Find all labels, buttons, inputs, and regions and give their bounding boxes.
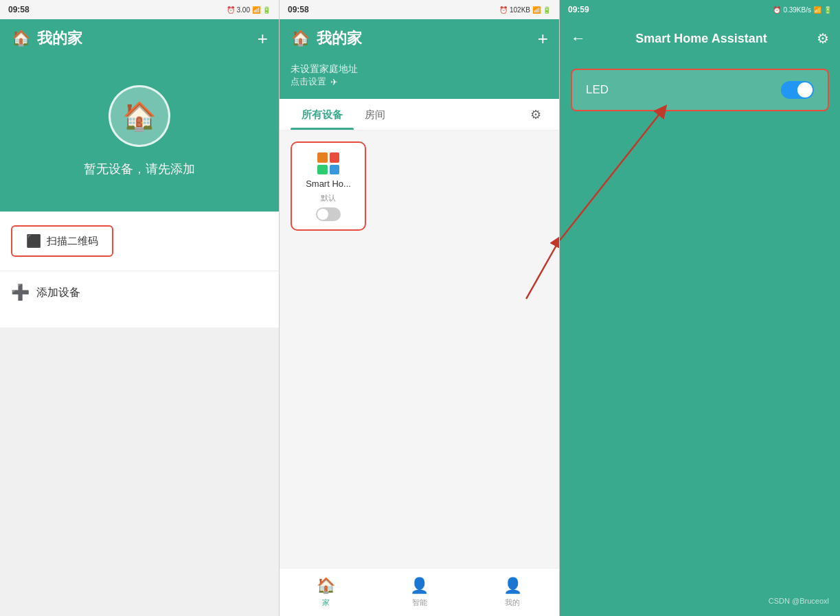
nav-home-icon: 🏠 — [317, 577, 335, 595]
nav-smart-icon: 👤 — [410, 577, 429, 595]
status-bar-3: 09:59 ⏰ 0.39KB/s 📶 🔋 — [560, 0, 840, 19]
tab-all-devices[interactable]: 所有设备 — [291, 99, 354, 130]
nav-smart[interactable]: 👤 智能 — [373, 571, 466, 613]
address-text: 未设置家庭地址 — [291, 63, 548, 76]
add-device-button[interactable]: ➕ 添加设备 — [11, 271, 268, 314]
led-row: LED — [571, 69, 829, 111]
watermark: CSDN @Bruceoxl — [769, 597, 829, 605]
nav-home-label: 家 — [322, 597, 330, 608]
device-toggle[interactable] — [316, 207, 341, 221]
home-circle-icon: 🏠 — [109, 85, 170, 147]
status-bar-2: 09:58 ⏰ 102KB 📶 🔋 — [280, 0, 559, 19]
header-title-2: 🏠 我的家 — [291, 28, 538, 49]
phone-1: 09:58 ⏰ 3.00 📶 🔋 🏠 我的家 + 🏠 暂无设备，请先添加 ⬛ 扫… — [0, 0, 280, 616]
tab-rooms[interactable]: 房间 — [354, 99, 396, 130]
phone-2: 09:58 ⏰ 102KB 📶 🔋 🏠 我的家 + 未设置家庭地址 点击设置 ✈… — [280, 0, 560, 616]
scan-qr-button[interactable]: ⬛ 扫描二维码 — [11, 225, 113, 257]
settings-icon[interactable]: ⚙ — [817, 30, 829, 47]
devices-grid: Smart Ho... 默认 — [280, 130, 559, 568]
device-name: Smart Ho... — [306, 179, 351, 189]
app-header-2: 🏠 我的家 + — [280, 19, 559, 58]
device-card-smart-ho[interactable]: Smart Ho... 默认 — [291, 141, 366, 231]
navigation-icon: ✈ — [330, 77, 338, 87]
sub-header-2: 未设置家庭地址 点击设置 ✈ — [280, 58, 559, 99]
nav-mine-icon: 👤 — [503, 577, 522, 595]
empty-state-card: 🏠 暂无设备，请先添加 — [0, 58, 279, 212]
status-icons-2: ⏰ 102KB 📶 🔋 — [499, 6, 551, 14]
add-circle-icon: ➕ — [11, 284, 30, 301]
nav-mine[interactable]: 👤 我的 — [466, 571, 559, 613]
led-label: LED — [586, 83, 609, 97]
app-header-1: 🏠 我的家 + — [0, 19, 279, 58]
set-address-row[interactable]: 点击设置 ✈ — [291, 76, 548, 88]
add-button-1[interactable]: + — [258, 30, 268, 47]
bottom-nav: 🏠 家 👤 智能 👤 我的 — [280, 568, 559, 616]
nav-smart-label: 智能 — [412, 597, 427, 608]
tabs-bar: 所有设备 房间 ⚙ — [280, 99, 559, 130]
device-sub: 默认 — [321, 193, 336, 203]
page-title: Smart Home Assistant — [594, 32, 808, 46]
back-button[interactable]: ← — [571, 30, 586, 47]
nav-home[interactable]: 🏠 家 — [280, 571, 373, 613]
p3-app-header: ← Smart Home Assistant ⚙ — [560, 19, 840, 58]
status-time-1: 09:58 — [8, 5, 30, 14]
status-bar-1: 09:58 ⏰ 3.00 📶 🔋 — [0, 0, 279, 19]
main-content-1: 🏠 暂无设备，请先添加 ⬛ 扫描二维码 ➕ 添加设备 — [0, 58, 279, 616]
status-icons-3: ⏰ 0.39KB/s 📶 🔋 — [773, 6, 832, 14]
device-icon — [317, 152, 339, 174]
qr-icon: ⬛ — [26, 233, 41, 249]
nav-mine-label: 我的 — [505, 597, 520, 608]
filter-icon[interactable]: ⚙ — [523, 100, 548, 129]
actions-panel: ⬛ 扫描二维码 ➕ 添加设备 — [0, 212, 279, 328]
p3-main-content: LED — [560, 58, 840, 616]
house-icon-2: 🏠 — [291, 29, 310, 48]
header-title-1: 🏠 我的家 — [11, 28, 258, 49]
status-time-3: 09:59 — [568, 5, 589, 14]
phone-3: 09:59 ⏰ 0.39KB/s 📶 🔋 ← Smart Home Assist… — [560, 0, 840, 616]
add-button-2[interactable]: + — [538, 30, 548, 47]
status-icons-1: ⏰ 3.00 📶 🔋 — [227, 6, 271, 14]
status-time-2: 09:58 — [288, 5, 309, 14]
house-icon-1: 🏠 — [11, 29, 30, 48]
led-toggle[interactable] — [781, 81, 814, 99]
empty-text: 暂无设备，请先添加 — [84, 161, 195, 177]
